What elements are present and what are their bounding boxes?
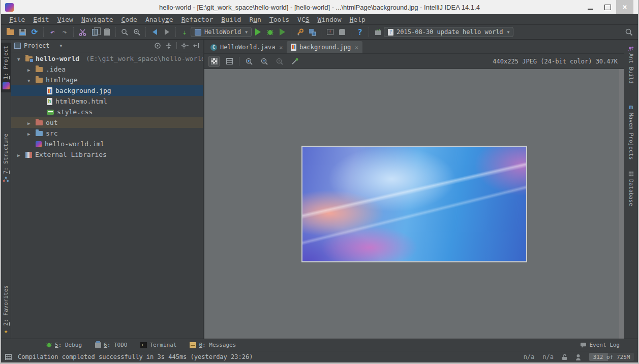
settings-repository-icon[interactable] — [372, 26, 384, 38]
save-all-icon[interactable] — [16, 26, 28, 38]
download-icon[interactable] — [324, 26, 336, 38]
collapse-all-icon[interactable] — [165, 42, 172, 49]
tool-button-project[interactable]: 1: Project — [1, 43, 11, 92]
close-tab-icon[interactable]: ✕ — [279, 44, 283, 51]
tree-row-hello-world[interactable]: hello-world (E:\git_work_space\hello-wor… — [11, 53, 203, 64]
libraries-icon — [25, 152, 32, 158]
cut-icon[interactable] — [76, 26, 88, 38]
memory-indicator[interactable]: 312 of 725M — [589, 353, 634, 361]
project-view-select[interactable]: Project — [14, 42, 62, 49]
position-indicator[interactable]: n/a — [524, 353, 535, 360]
color-picker-icon[interactable] — [289, 56, 300, 67]
status-bar: Compilation completed successfully in 3s… — [1, 351, 638, 362]
expander-icon[interactable] — [27, 76, 33, 84]
menu-code[interactable]: Code — [117, 15, 141, 24]
undo-icon[interactable]: ↶ — [46, 26, 58, 38]
encoding-indicator[interactable]: n/a — [542, 353, 554, 360]
actual-size-icon[interactable] — [274, 56, 285, 67]
menu-build[interactable]: Build — [217, 15, 245, 24]
locate-icon[interactable] — [154, 42, 161, 49]
run-with-coverage-icon[interactable] — [276, 26, 288, 38]
tab-background-jpg[interactable]: background.jpg ✕ — [287, 41, 362, 53]
maximize-button[interactable] — [599, 0, 616, 14]
project-structure-icon[interactable] — [306, 26, 318, 38]
toolwindow-toggle-icon[interactable] — [5, 354, 12, 360]
menu-tools[interactable]: Tools — [265, 15, 293, 24]
android-icon[interactable] — [336, 26, 348, 38]
tool-button-event-log[interactable]: Event Log — [580, 342, 620, 348]
tree-row-style-css[interactable]: style.css — [11, 107, 203, 117]
tool-button-favorites[interactable]: 2: Favorites ★ — [1, 285, 11, 335]
expander-icon[interactable] — [27, 65, 33, 73]
menu-vcs[interactable]: VCS — [293, 15, 313, 24]
tool-button-todo[interactable]: 6: TODO — [95, 342, 127, 348]
tree-row-out[interactable]: out — [11, 117, 203, 128]
expander-icon[interactable] — [27, 119, 33, 126]
paste-icon[interactable] — [101, 26, 113, 38]
tool-button-terminal[interactable]: ›_ Terminal — [140, 342, 176, 348]
lock-icon[interactable] — [562, 354, 567, 360]
menu-navigate[interactable]: Navigate — [77, 15, 117, 24]
menu-run[interactable]: Run — [245, 15, 265, 24]
help-icon[interactable]: ? — [354, 26, 366, 38]
tab-helloworld-java[interactable]: C HelloWorld.java ✕ — [206, 41, 287, 53]
search-everywhere-icon[interactable] — [623, 26, 635, 38]
excluded-folder-icon — [36, 120, 43, 125]
minimize-button[interactable] — [582, 0, 599, 14]
image-preview[interactable] — [301, 146, 527, 262]
expander-icon[interactable] — [17, 151, 22, 158]
settings-icon[interactable] — [294, 26, 306, 38]
transparency-chessboard-icon[interactable] — [208, 56, 220, 67]
menu-refactor[interactable]: Refactor — [177, 15, 218, 24]
vcs-changelist-label: 2015-08-30 update hello world — [397, 28, 503, 36]
database-icon — [628, 171, 634, 177]
tree-row-htmldemo-html[interactable]: htmlDemo.html — [11, 96, 203, 107]
tool-button-ant-build[interactable]: Ant Build — [624, 45, 638, 84]
vertical-scrollbar[interactable] — [619, 69, 624, 339]
tree-row-background-jpg[interactable]: background.jpg — [11, 85, 203, 96]
tool-button-messages[interactable]: 0: Messages — [190, 342, 236, 348]
forward-icon[interactable] — [161, 26, 173, 38]
debug-icon[interactable] — [264, 26, 276, 38]
grid-lines-icon[interactable] — [224, 56, 235, 67]
update-project-icon[interactable]: ⇣ — [178, 26, 191, 38]
todo-icon — [95, 342, 101, 348]
maven-icon: m — [629, 103, 633, 111]
tree-row-hello-world-iml[interactable]: hello-world.iml — [11, 139, 203, 149]
vcs-changelist-select[interactable]: 2015-08-30 update hello world — [384, 27, 513, 37]
menu-file[interactable]: File — [5, 15, 29, 24]
run-icon[interactable] — [252, 26, 264, 38]
close-button[interactable]: × — [616, 0, 633, 14]
synchronize-icon[interactable]: ⟳ — [28, 26, 41, 38]
menu-view[interactable]: View — [53, 15, 77, 24]
tool-button-debug[interactable]: 5: Debug — [46, 342, 82, 348]
find-icon[interactable] — [118, 26, 131, 38]
hide-panel-icon[interactable] — [193, 42, 200, 49]
menu-help[interactable]: Help — [346, 15, 370, 24]
menu-edit[interactable]: Edit — [29, 15, 53, 24]
zoom-in-icon[interactable] — [244, 56, 255, 67]
gear-icon[interactable] — [181, 42, 189, 49]
zoom-out-icon[interactable] — [259, 56, 270, 67]
back-icon[interactable] — [148, 26, 161, 38]
redo-icon[interactable]: ↷ — [58, 26, 71, 38]
tree-row-src[interactable]: src — [11, 128, 203, 139]
inspection-profile-icon[interactable] — [575, 354, 581, 360]
expander-icon[interactable] — [27, 129, 33, 137]
replace-icon[interactable] — [131, 26, 143, 38]
project-tool-window: Project hello-world (E:\git_work_space\h… — [11, 40, 203, 339]
tree-row-idea[interactable]: .idea — [11, 64, 203, 75]
copy-icon[interactable] — [88, 26, 101, 38]
menu-analyze[interactable]: Analyze — [141, 15, 177, 24]
run-configuration-select[interactable]: HelloWorld — [191, 27, 252, 37]
close-tab-icon[interactable]: ✕ — [355, 44, 358, 51]
folder-icon — [36, 78, 43, 83]
tree-row-external-libraries[interactable]: External Libraries — [11, 149, 203, 160]
expander-icon[interactable] — [17, 55, 22, 62]
tool-button-structure[interactable]: 7: Structure — [1, 134, 11, 183]
menu-window[interactable]: Window — [314, 15, 346, 24]
open-icon[interactable] — [4, 26, 16, 38]
tool-button-database[interactable]: Database — [624, 171, 638, 206]
tree-row-htmlpage[interactable]: htmlPage — [11, 75, 203, 85]
tool-button-maven-projects[interactable]: m Maven Projects — [624, 103, 638, 160]
